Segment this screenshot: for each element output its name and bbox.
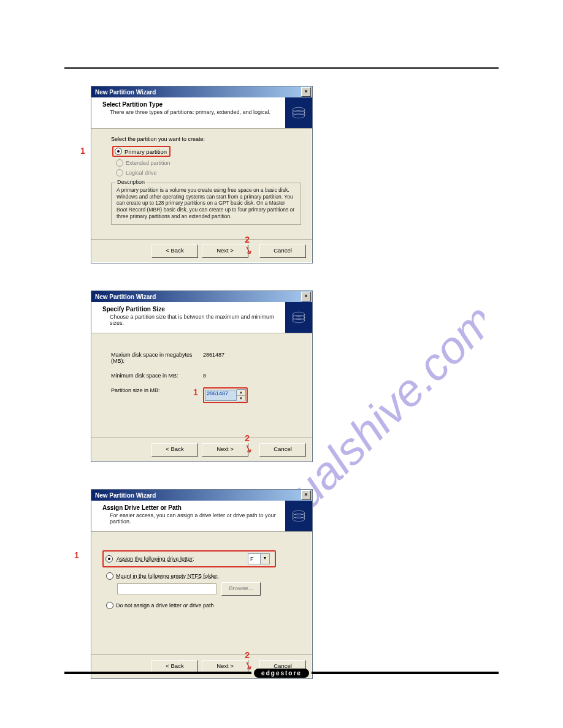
svg-point-8 bbox=[293, 514, 304, 518]
document-page: manualshive.com New Partition Wizard × S… bbox=[0, 0, 563, 728]
radio-none-label: Do not assign a drive letter or drive pa… bbox=[116, 602, 214, 609]
cancel-button[interactable]: Cancel bbox=[259, 245, 306, 258]
drive-letter-select[interactable]: F ▼ bbox=[248, 553, 270, 564]
chevron-up-icon: ▲ bbox=[237, 390, 245, 396]
header-title: Assign Drive Letter or Path bbox=[102, 504, 279, 511]
radio-logical bbox=[116, 169, 123, 176]
close-icon[interactable]: × bbox=[301, 292, 311, 301]
description-group: Description A primary partition is a vol… bbox=[111, 183, 301, 225]
min-space-value: 8 bbox=[203, 373, 301, 379]
radio-primary-label: Primary partition bbox=[124, 148, 167, 155]
option-primary-highlight: Primary partition bbox=[112, 146, 170, 157]
radio-assign[interactable] bbox=[105, 555, 113, 563]
callout-2: 2 bbox=[245, 235, 250, 245]
option-assign-highlight: Assign the following drive letter: F ▼ bbox=[102, 550, 276, 567]
callout-1: 1 bbox=[74, 550, 79, 560]
window-title: New Partition Wizard bbox=[95, 89, 156, 96]
next-button[interactable]: Next > bbox=[202, 245, 248, 258]
header-title: Specify Partition Size bbox=[102, 306, 279, 313]
svg-point-7 bbox=[293, 510, 304, 515]
svg-point-3 bbox=[293, 114, 304, 118]
footer-logo: edgestore bbox=[254, 669, 309, 678]
dialog-body: Select the partition you want to create:… bbox=[91, 129, 312, 239]
titlebar: New Partition Wizard × bbox=[91, 291, 312, 302]
header-subtitle: Choose a partition size that is between … bbox=[102, 313, 279, 326]
max-space-value: 2861487 bbox=[203, 352, 301, 364]
mount-path-input bbox=[117, 583, 216, 594]
top-rule bbox=[64, 67, 499, 69]
browse-button: Browse... bbox=[221, 582, 261, 596]
radio-logical-label: Logical drive bbox=[126, 170, 157, 176]
partition-size-highlight: 2861487 ▲▼ bbox=[203, 387, 248, 403]
min-space-label: Minimum disk space in MB: bbox=[111, 373, 203, 379]
button-row: < Back Next > 2 ↘ Cancel bbox=[91, 438, 312, 461]
window-title: New Partition Wizard bbox=[95, 294, 156, 300]
callout-2: 2 bbox=[245, 433, 250, 443]
button-row: < Back Next > 2 ↘ Cancel bbox=[91, 239, 312, 263]
radio-mount-label: Mount in the following empty NTFS folder… bbox=[116, 573, 219, 579]
disk-icon bbox=[285, 501, 312, 531]
radio-assign-label: Assign the following drive letter: bbox=[117, 556, 244, 562]
header-subtitle: There are three types of partitions: pri… bbox=[102, 108, 279, 115]
close-icon[interactable]: × bbox=[301, 490, 311, 500]
svg-point-5 bbox=[293, 316, 304, 320]
description-text: A primary partition is a volume you crea… bbox=[117, 187, 294, 219]
chevron-down-icon: ▼ bbox=[260, 554, 269, 564]
svg-point-1 bbox=[293, 107, 304, 112]
dialog-body: 1 Assign the following drive letter: F ▼… bbox=[91, 532, 312, 654]
footer: edgestore bbox=[64, 672, 499, 674]
dialog-header: Specify Partition Size Choose a partitio… bbox=[91, 302, 312, 333]
back-button[interactable]: < Back bbox=[151, 443, 198, 457]
disk-icon bbox=[285, 97, 312, 128]
dialog-header: Assign Drive Letter or Path For easier a… bbox=[91, 501, 312, 532]
header-title: Select Partition Type bbox=[102, 101, 279, 108]
description-legend: Description bbox=[115, 179, 147, 186]
dialogs-column: New Partition Wizard × Select Partition … bbox=[91, 86, 312, 706]
window-title: New Partition Wizard bbox=[95, 492, 156, 499]
footer-rule-right bbox=[312, 672, 499, 674]
cancel-button[interactable]: Cancel bbox=[259, 443, 306, 457]
svg-point-2 bbox=[293, 111, 304, 115]
callout-1: 1 bbox=[193, 387, 198, 397]
dialog-specify-partition-size: New Partition Wizard × Specify Partition… bbox=[91, 290, 313, 462]
dialog-assign-drive-letter: New Partition Wizard × Assign Drive Lett… bbox=[91, 489, 313, 679]
callout-1: 1 bbox=[80, 146, 85, 156]
close-icon[interactable]: × bbox=[301, 87, 311, 97]
radio-extended bbox=[116, 159, 123, 167]
radio-extended-label: Extended partition bbox=[126, 160, 170, 166]
callout-2: 2 bbox=[245, 650, 250, 660]
titlebar: New Partition Wizard × bbox=[91, 490, 312, 501]
dialog-body: Maxium disk space in megabytes (MB): 286… bbox=[91, 333, 312, 438]
header-subtitle: For easier access, you can assign a driv… bbox=[102, 511, 279, 525]
next-button[interactable]: Next > bbox=[202, 443, 248, 457]
radio-none[interactable] bbox=[106, 602, 113, 609]
partition-size-input[interactable]: 2861487 bbox=[205, 390, 237, 401]
radio-primary[interactable] bbox=[115, 148, 122, 155]
svg-point-4 bbox=[293, 312, 304, 316]
instruction-text: Select the partition you want to create: bbox=[111, 136, 301, 142]
chevron-down-icon: ▼ bbox=[237, 396, 245, 401]
titlebar: New Partition Wizard × bbox=[91, 86, 312, 97]
back-button[interactable]: < Back bbox=[151, 245, 198, 258]
partition-size-label: Partition size in MB: bbox=[111, 387, 203, 403]
radio-mount[interactable] bbox=[106, 572, 113, 580]
max-space-label: Maxium disk space in megabytes (MB): bbox=[111, 352, 203, 364]
svg-point-9 bbox=[293, 517, 304, 521]
spinner[interactable]: ▲▼ bbox=[237, 389, 246, 401]
drive-letter-value: F bbox=[248, 556, 260, 562]
dialog-select-partition-type: New Partition Wizard × Select Partition … bbox=[91, 86, 313, 264]
dialog-header: Select Partition Type There are three ty… bbox=[91, 97, 312, 129]
disk-icon bbox=[285, 302, 312, 333]
footer-rule-left bbox=[64, 672, 251, 674]
svg-point-6 bbox=[293, 319, 304, 323]
